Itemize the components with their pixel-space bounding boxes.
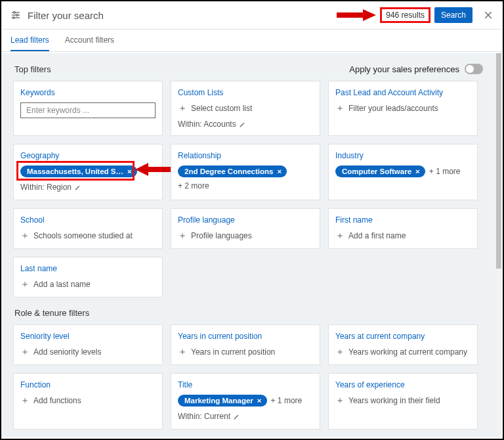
title-within[interactable]: Within: Current [178, 412, 313, 421]
filter-header: Filter your search 946 results Search [1, 1, 503, 30]
title-more[interactable]: + 1 more [271, 396, 303, 405]
card-title-lname: Last name [20, 264, 156, 273]
card-title-yearsco: Years at current company [335, 332, 471, 341]
sales-preferences-toggle[interactable] [465, 64, 483, 74]
card-title-titlecard: Title [178, 380, 313, 389]
svg-point-1 [14, 12, 16, 14]
plus-icon: ＋ [178, 346, 187, 358]
svg-point-5 [12, 17, 14, 19]
lname-add-label: Add a last name [33, 280, 91, 289]
card-industry: Industry Computer Software × + 1 more [328, 144, 478, 200]
plus-icon: ＋ [335, 102, 345, 114]
card-school: School ＋ Schools someone studied at [13, 208, 163, 249]
section-role-tenure: Role & tenure filters [1, 297, 496, 324]
card-title-seniority: Seniority level [20, 332, 156, 341]
pencil-icon [239, 121, 246, 128]
plus-icon: ＋ [335, 346, 345, 358]
section-title-top: Top filters [14, 64, 51, 74]
header-title: Filter your search [28, 10, 337, 21]
section-top-filters: Top filters Apply your sales preferences [1, 53, 496, 81]
relationship-pill[interactable]: 2nd Degree Connections × [178, 165, 287, 177]
card-seniority: Seniority level ＋ Add seniority levels [13, 324, 163, 365]
plus-icon: ＋ [335, 395, 345, 407]
function-add-label: Add functions [33, 396, 81, 405]
card-years-experience: Years of experience ＋ Years working in t… [328, 373, 478, 429]
past-activity-add[interactable]: ＋ Filter your leads/accounts [335, 102, 471, 114]
card-title-school: School [20, 215, 156, 225]
seniority-add-label: Add seniority levels [33, 347, 101, 357]
card-title-industry: Industry [335, 151, 471, 160]
card-relationship: Relationship 2nd Degree Connections × + … [171, 144, 320, 200]
custom-lists-add[interactable]: ＋ Select custom list [178, 102, 313, 114]
red-arrow-annotation-icon [337, 9, 376, 22]
title-pill[interactable]: Marketing Manager × [178, 395, 267, 407]
pill-remove-icon[interactable]: × [257, 397, 262, 405]
results-count: 946 results [380, 7, 430, 23]
sales-preferences-group: Apply your sales preferences [349, 64, 483, 74]
geography-pill-label: Massachusetts, United S… [27, 167, 123, 175]
school-add[interactable]: ＋ Schools someone studied at [20, 230, 156, 242]
card-title-relationship: Relationship [178, 151, 313, 160]
yearsco-add[interactable]: ＋ Years working at current company [335, 346, 471, 358]
search-button[interactable]: Search [434, 7, 472, 23]
pill-remove-icon[interactable]: × [277, 167, 282, 175]
yearspos-add[interactable]: ＋ Years in current position [178, 346, 313, 358]
card-years-position: Years in current position ＋ Years in cur… [171, 324, 320, 365]
vertical-scrollbar[interactable] [496, 53, 501, 437]
yearspos-add-label: Years in current position [191, 347, 275, 357]
pill-remove-icon[interactable]: × [127, 167, 132, 175]
custom-lists-within[interactable]: Within: Accounts [178, 120, 313, 129]
function-add[interactable]: ＋ Add functions [20, 395, 156, 407]
seniority-add[interactable]: ＋ Add seniority levels [20, 346, 156, 358]
card-profile-language: Profile language ＋ Profile languages [171, 208, 320, 249]
custom-lists-within-label: Within: Accounts [178, 120, 236, 129]
title-within-label: Within: Current [178, 412, 230, 421]
geography-within[interactable]: Within: Region [20, 183, 156, 192]
pencil-icon [74, 184, 81, 191]
header-right-group: 946 results Search [337, 7, 494, 23]
card-title-custom: Custom Lists [178, 88, 313, 97]
fname-add[interactable]: ＋ Add a first name [335, 230, 471, 242]
card-past-activity: Past Lead and Account Activity ＋ Filter … [328, 81, 478, 136]
pill-remove-icon[interactable]: × [415, 167, 420, 175]
card-first-name: First name ＋ Add a first name [328, 208, 478, 249]
yoe-add-label: Years working in their field [348, 396, 440, 405]
plus-icon: ＋ [20, 395, 30, 407]
relationship-more[interactable]: + 2 more [178, 181, 209, 190]
relationship-pill-label: 2nd Degree Connections [184, 167, 273, 175]
fname-add-label: Add a first name [348, 231, 406, 240]
geography-within-label: Within: Region [20, 183, 72, 192]
plang-add[interactable]: ＋ Profile languages [178, 230, 313, 242]
past-activity-add-label: Filter your leads/accounts [348, 104, 438, 113]
card-geography: Geography Massachusetts, United S… × Wit… [13, 144, 163, 200]
custom-lists-add-label: Select custom list [191, 104, 252, 113]
keywords-input[interactable] [20, 102, 156, 118]
card-title-keywords: Keywords [20, 88, 156, 97]
close-icon[interactable] [483, 10, 494, 20]
title-pill-label: Marketing Manager [184, 397, 253, 405]
school-add-label: Schools someone studied at [33, 231, 133, 240]
card-keywords: Keywords [13, 81, 163, 136]
scrollbar-thumb[interactable] [496, 53, 501, 269]
plus-icon: ＋ [178, 102, 187, 114]
yoe-add[interactable]: ＋ Years working in their field [335, 395, 471, 407]
filter-settings-icon [10, 10, 21, 20]
industry-pill[interactable]: Computer Software × [335, 165, 425, 177]
geography-pill[interactable]: Massachusetts, United S… × [20, 165, 137, 177]
card-years-company: Years at current company ＋ Years working… [328, 324, 478, 365]
filter-scroll-area[interactable]: Top filters Apply your sales preferences… [1, 53, 496, 437]
tab-lead-filters[interactable]: Lead filters [10, 30, 49, 51]
tab-account-filters[interactable]: Account filters [65, 30, 114, 51]
card-title-fname: First name [335, 215, 471, 225]
card-title-past: Past Lead and Account Activity [335, 88, 471, 97]
card-title-filter: Title Marketing Manager × + 1 more Withi… [171, 373, 320, 429]
lname-add[interactable]: ＋ Add a last name [20, 278, 156, 290]
card-function: Function ＋ Add functions [13, 373, 163, 429]
industry-more[interactable]: + 1 more [429, 167, 461, 176]
section-title-role: Role & tenure filters [14, 308, 89, 318]
plus-icon: ＋ [20, 230, 30, 242]
svg-point-3 [16, 14, 18, 16]
plus-icon: ＋ [20, 346, 30, 358]
filter-tabs: Lead filters Account filters [1, 30, 503, 52]
card-title-yoe: Years of experience [335, 380, 471, 389]
